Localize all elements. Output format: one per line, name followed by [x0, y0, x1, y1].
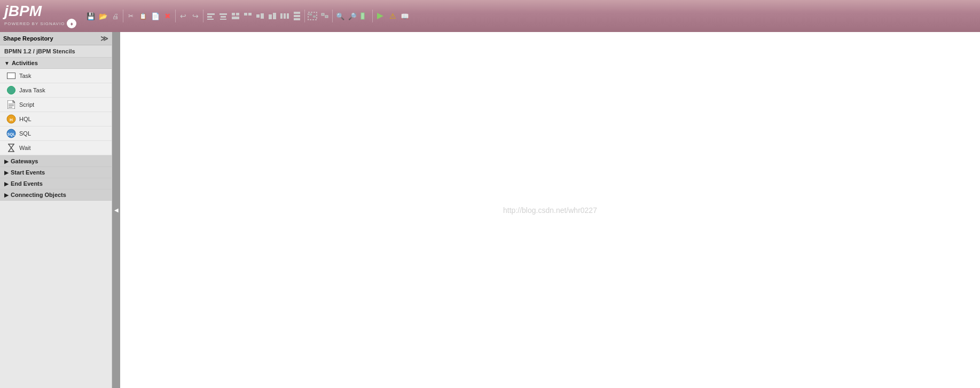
print-button[interactable]: 🖨 — [109, 10, 121, 22]
wait-shape-item[interactable]: Wait — [0, 141, 112, 155]
svg-text:H: H — [10, 117, 13, 122]
align-bottom-button[interactable] — [266, 10, 278, 22]
section-gateways-header[interactable]: ▶ Gateways — [0, 156, 112, 167]
separator-2 — [175, 10, 176, 22]
activities-label: Activities — [12, 60, 38, 66]
open-button[interactable]: 📂 — [97, 10, 109, 22]
gateways-arrow-icon: ▶ — [4, 159, 9, 164]
svg-rect-13 — [269, 14, 272, 19]
collapse-handle[interactable]: ◀ — [112, 32, 120, 388]
hql-icon: H — [6, 114, 16, 124]
logo-text: jBPM — [4, 4, 76, 19]
activities-arrow-icon: ▼ — [4, 60, 10, 66]
undo-button[interactable]: ↩ — [177, 10, 189, 22]
dist-v-button[interactable] — [291, 10, 303, 22]
task-shape-item[interactable]: Task — [0, 69, 112, 83]
section-connecting-objects-header[interactable]: ▶ Connecting Objects — [0, 189, 112, 201]
collapse-sidebar-button[interactable]: ≫ — [100, 34, 108, 43]
separator-3 — [203, 10, 203, 22]
separator-4 — [304, 10, 305, 22]
svg-rect-9 — [244, 13, 247, 15]
align-middle-button[interactable] — [254, 10, 266, 22]
zoom-out-button[interactable]: 🔎 — [347, 10, 358, 22]
task-icon — [6, 71, 16, 81]
wait-label: Wait — [19, 145, 31, 151]
separator-5 — [332, 10, 333, 22]
gateways-label: Gateways — [11, 158, 38, 164]
zoom-fit-button[interactable] — [359, 10, 371, 22]
svg-rect-2 — [207, 19, 214, 20]
separator-1 — [123, 10, 123, 22]
canvas-watermark: http://blog.csdn.net/whr0227 — [503, 206, 597, 215]
align-top-button[interactable] — [242, 10, 254, 22]
sidebar-title: Shape Repository — [3, 35, 53, 42]
toolbar: 💾 📂 🖨 ✂ 📋 📄 ✖ ↩ ↪ — [85, 10, 411, 22]
simulate-button[interactable] — [374, 10, 386, 22]
dist-h-button[interactable] — [279, 10, 291, 22]
connecting-objects-arrow-icon: ▶ — [4, 192, 9, 198]
svg-rect-18 — [294, 12, 300, 14]
svg-rect-23 — [313, 15, 316, 18]
svg-rect-3 — [219, 13, 227, 15]
start-events-arrow-icon: ▶ — [4, 170, 9, 176]
svg-rect-11 — [256, 14, 260, 18]
logo-area: jBPM POWERED BY SIGNAVIO ♦ — [4, 4, 76, 28]
help-button[interactable]: 📖 — [399, 10, 411, 22]
zoom-in-button[interactable]: 🔍 — [334, 10, 346, 22]
end-events-label: End Events — [11, 180, 43, 187]
section-start-events-header[interactable]: ▶ Start Events — [0, 167, 112, 178]
new-button[interactable]: 📄 — [150, 10, 161, 22]
svg-rect-8 — [232, 17, 239, 19]
svg-rect-22 — [309, 13, 312, 15]
svg-rect-10 — [248, 13, 252, 15]
script-icon — [6, 100, 16, 109]
titlebar: jBPM POWERED BY SIGNAVIO ♦ 💾 📂 🖨 ✂ 📋 📄 ✖… — [0, 0, 980, 32]
svg-rect-19 — [294, 15, 300, 17]
java-task-shape-item[interactable]: Java Task — [0, 83, 112, 98]
svg-rect-1 — [207, 16, 212, 18]
java-task-label: Java Task — [19, 87, 45, 93]
align-center-button[interactable] — [217, 10, 229, 22]
svg-rect-20 — [294, 18, 300, 20]
svg-rect-12 — [261, 13, 264, 19]
sidebar-header: Shape Repository ≫ — [0, 32, 112, 45]
section-end-events-header[interactable]: ▶ End Events — [0, 178, 112, 189]
activities-content: Task Java Task — [0, 69, 112, 156]
logo-subtitle: POWERED BY SIGNAVIO — [4, 21, 65, 26]
align-left-button[interactable] — [205, 10, 217, 22]
svg-rect-4 — [221, 16, 226, 18]
group-button[interactable] — [307, 10, 318, 22]
svg-rect-24 — [322, 13, 324, 15]
svg-rect-16 — [284, 13, 286, 19]
start-events-label: Start Events — [11, 169, 45, 176]
save-button[interactable]: 💾 — [85, 10, 97, 22]
section-activities-header[interactable]: ▼ Activities — [0, 58, 112, 69]
sql-shape-item[interactable]: SQL SQL — [0, 126, 112, 141]
check-button[interactable]: ⚠ — [387, 10, 398, 22]
svg-text:SQL: SQL — [7, 132, 15, 137]
connecting-objects-label: Connecting Objects — [11, 192, 66, 198]
java-task-icon — [6, 85, 16, 95]
canvas-container: ◀ http://blog.csdn.net/whr0227 — [112, 32, 980, 388]
end-events-arrow-icon: ▶ — [4, 181, 9, 187]
wait-icon — [6, 143, 16, 153]
copy-button[interactable]: 📋 — [137, 10, 149, 22]
sql-label: SQL — [19, 130, 31, 137]
align-right-button[interactable] — [230, 10, 241, 22]
delete-button[interactable]: ✖ — [162, 10, 174, 22]
hql-shape-item[interactable]: H HQL — [0, 112, 112, 126]
script-label: Script — [19, 101, 34, 108]
svg-rect-26 — [361, 13, 364, 19]
ungroup-button[interactable] — [319, 10, 331, 22]
redo-button[interactable]: ↪ — [190, 10, 201, 22]
collapse-handle-icon: ◀ — [114, 207, 119, 213]
svg-rect-25 — [325, 15, 328, 18]
script-shape-item[interactable]: Script — [0, 98, 112, 112]
svg-rect-5 — [220, 19, 226, 20]
main-layout: Shape Repository ≫ BPMN 1.2 / jBPM Stenc… — [0, 32, 980, 388]
svg-marker-28 — [7, 100, 15, 109]
svg-rect-7 — [236, 13, 239, 15]
sidebar: Shape Repository ≫ BPMN 1.2 / jBPM Stenc… — [0, 32, 112, 388]
canvas[interactable]: http://blog.csdn.net/whr0227 — [120, 32, 980, 388]
cut-button[interactable]: ✂ — [125, 10, 137, 22]
